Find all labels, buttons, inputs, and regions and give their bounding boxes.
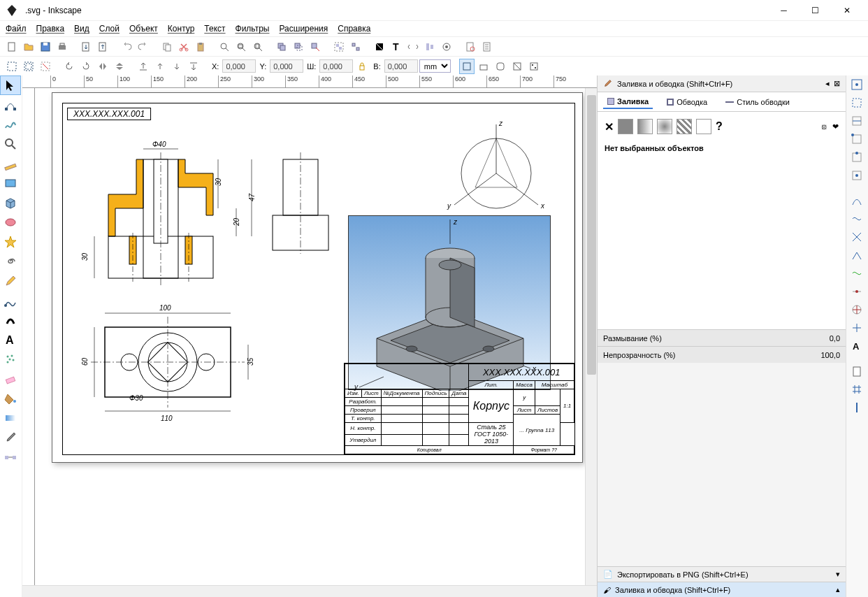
tab-fill[interactable]: Заливка xyxy=(603,95,653,109)
rotate-ccw-button[interactable] xyxy=(62,59,77,74)
snap-intersection-button[interactable] xyxy=(846,228,867,246)
group-button[interactable] xyxy=(331,39,347,55)
import-button[interactable] xyxy=(78,39,94,55)
bucket-tool[interactable] xyxy=(0,389,21,408)
affect-corner-button[interactable] xyxy=(493,59,508,74)
spray-tool[interactable] xyxy=(0,350,21,369)
docprops2-button[interactable] xyxy=(479,39,495,55)
select-all-layers-button[interactable] xyxy=(21,59,36,74)
rotate-cw-button[interactable] xyxy=(78,59,94,74)
zoom-drawing-button[interactable] xyxy=(233,39,249,55)
panel-close-icon[interactable]: ⊠ xyxy=(834,79,840,88)
rect-tool[interactable] xyxy=(0,173,21,193)
snap-enable-button[interactable] xyxy=(846,75,867,94)
lower-button[interactable] xyxy=(169,59,185,74)
copy-button[interactable] xyxy=(159,39,175,55)
paint-inherit-icon[interactable]: ❤ xyxy=(832,122,839,131)
calligraphy-tool[interactable] xyxy=(0,310,21,330)
paint-swatch-button[interactable] xyxy=(696,119,711,134)
raise-button[interactable] xyxy=(152,59,168,74)
tab-stroke[interactable]: Обводка xyxy=(663,96,711,108)
ungroup-button[interactable] xyxy=(348,39,363,55)
paint-none-icon[interactable]: ✕ xyxy=(605,120,614,134)
prefs-button[interactable] xyxy=(439,39,454,55)
align-button[interactable] xyxy=(422,39,437,55)
opacity-value[interactable]: 100,0 xyxy=(820,351,840,359)
deselect-button[interactable] xyxy=(38,59,53,74)
snap-node-button[interactable] xyxy=(846,192,867,210)
close-button[interactable]: ✕ xyxy=(831,0,862,21)
node-tool[interactable] xyxy=(0,95,21,115)
selector-tool[interactable] xyxy=(0,75,21,95)
connector-tool[interactable] xyxy=(0,447,21,467)
h-input[interactable] xyxy=(384,59,418,73)
pencil-tool[interactable] xyxy=(0,271,21,291)
snap-smooth-button[interactable] xyxy=(846,264,867,282)
paint-linear-button[interactable] xyxy=(637,119,653,134)
zoom-page-button[interactable] xyxy=(250,39,266,55)
paint-pattern-button[interactable] xyxy=(677,119,692,134)
snap-bbox-button[interactable] xyxy=(846,94,867,112)
affect-pattern-button[interactable] xyxy=(526,59,542,74)
affect-gradient-button[interactable] xyxy=(509,59,525,74)
snap-bbox-corner-button[interactable] xyxy=(846,130,867,148)
snap-bbox-midpoint-button[interactable] xyxy=(846,148,867,166)
snap-guide-button[interactable] xyxy=(846,398,867,417)
blur-value[interactable]: 0,0 xyxy=(830,334,840,343)
export-button[interactable] xyxy=(95,39,110,55)
affect-scale-button[interactable] xyxy=(476,59,491,74)
menu-edit[interactable]: Правка xyxy=(36,24,65,34)
snap-page-button[interactable] xyxy=(846,362,867,380)
scrollbar-horizontal[interactable] xyxy=(22,585,597,597)
raise-top-button[interactable] xyxy=(136,59,151,74)
xml-button[interactable] xyxy=(405,39,421,55)
zoom-fit-button[interactable] xyxy=(217,39,232,55)
clone-button[interactable] xyxy=(291,39,306,55)
text-tool[interactable]: A xyxy=(0,330,21,350)
star-tool[interactable] xyxy=(0,232,21,252)
canvas[interactable]: XXX.XXX.XXX.001 xyxy=(35,88,585,585)
save-button[interactable] xyxy=(38,39,53,55)
snap-object-center-button[interactable] xyxy=(846,301,867,319)
menu-extensions[interactable]: Расширения xyxy=(279,24,328,34)
snap-cusp-button[interactable] xyxy=(846,246,867,264)
paste-button[interactable] xyxy=(193,39,208,55)
undo-button[interactable] xyxy=(119,39,134,55)
tweak-tool[interactable] xyxy=(0,115,21,134)
open-button[interactable] xyxy=(21,39,36,55)
snap-text-button[interactable]: A xyxy=(846,337,867,355)
unlink-clone-button[interactable] xyxy=(308,39,323,55)
menu-layer[interactable]: Слой xyxy=(99,24,120,34)
paint-unknown-icon[interactable]: ? xyxy=(716,120,723,133)
paint-radial-button[interactable] xyxy=(657,119,672,134)
zoom-tool[interactable] xyxy=(0,134,21,154)
menu-filters[interactable]: Фильтры xyxy=(236,24,270,34)
minimize-button[interactable]: ─ xyxy=(768,0,800,21)
redo-button[interactable] xyxy=(136,39,151,55)
lower-bottom-button[interactable] xyxy=(186,59,201,74)
snap-line-mid-button[interactable] xyxy=(846,282,867,301)
menu-help[interactable]: Справка xyxy=(338,24,370,34)
panel-collapse-icon[interactable]: ◂ xyxy=(825,79,830,88)
bezier-tool[interactable] xyxy=(0,291,21,310)
text-button-top[interactable]: T xyxy=(389,39,404,55)
ellipse-tool[interactable] xyxy=(0,213,21,232)
unit-select[interactable]: mm xyxy=(419,59,451,73)
flip-v-button[interactable] xyxy=(112,59,127,74)
tab-stroke-style[interactable]: Стиль обводки xyxy=(721,96,794,108)
spiral-tool[interactable] xyxy=(0,252,21,271)
menu-object[interactable]: Объект xyxy=(129,24,158,34)
eraser-tool[interactable] xyxy=(0,369,21,389)
maximize-button[interactable]: ☐ xyxy=(800,0,831,21)
snap-path-button[interactable] xyxy=(846,210,867,228)
lock-aspect-icon[interactable] xyxy=(354,59,370,74)
menu-text[interactable]: Текст xyxy=(204,24,225,34)
paint-flat-button[interactable] xyxy=(618,119,633,134)
collapsed-export-panel[interactable]: 📄 Экспортировать в PNG (Shift+Ctrl+E) ▾ xyxy=(598,566,846,582)
w-input[interactable] xyxy=(319,59,353,73)
snap-grid-button[interactable] xyxy=(846,380,867,398)
menu-file[interactable]: Файл xyxy=(6,24,27,34)
cut-button[interactable] xyxy=(176,39,191,55)
menu-path[interactable]: Контур xyxy=(168,24,194,34)
menu-view[interactable]: Вид xyxy=(74,24,89,34)
